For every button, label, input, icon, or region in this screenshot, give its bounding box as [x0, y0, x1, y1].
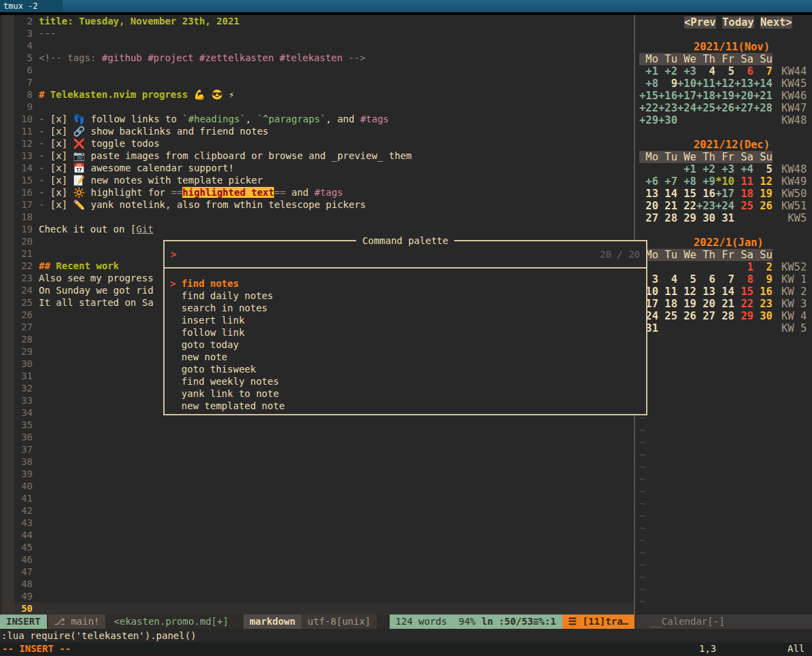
- palette-item[interactable]: goto today: [165, 339, 646, 351]
- calendar-day[interactable]: 25: [734, 200, 754, 212]
- calendar-day[interactable]: +25: [696, 102, 715, 114]
- calendar-day[interactable]: 31: [715, 212, 734, 224]
- calendar-day[interactable]: 29: [677, 212, 696, 224]
- calendar-day[interactable]: +2: [658, 65, 677, 77]
- calendar-day[interactable]: +8: [677, 175, 696, 188]
- calendar-day[interactable]: 9: [754, 273, 773, 286]
- calendar-day[interactable]: +17: [715, 188, 734, 200]
- calendar-day[interactable]: +11: [696, 77, 715, 90]
- calendar-day[interactable]: 21: [658, 200, 677, 212]
- calendar-day[interactable]: 13: [639, 188, 658, 200]
- calendar-day[interactable]: 6: [696, 273, 715, 286]
- calendar-day[interactable]: 2: [754, 261, 773, 273]
- calendar-day[interactable]: 15: [734, 286, 754, 298]
- command-line[interactable]: :lua require('telekasten').panel(): [0, 629, 812, 642]
- calendar-day[interactable]: 28: [658, 212, 677, 224]
- calendar-day[interactable]: 4: [658, 273, 677, 286]
- calendar-day[interactable]: 7: [754, 65, 773, 77]
- palette-item[interactable]: > find notes: [165, 277, 646, 290]
- calendar-day[interactable]: 23: [754, 298, 773, 310]
- calendar-day[interactable]: 5: [715, 65, 734, 77]
- calendar-today-button[interactable]: Today: [722, 16, 754, 29]
- calendar-day[interactable]: +22: [639, 102, 658, 114]
- calendar-day[interactable]: +30: [658, 114, 677, 126]
- calendar-day[interactable]: 20: [639, 200, 658, 212]
- palette-item[interactable]: goto thisweek: [165, 363, 646, 375]
- calendar-day[interactable]: +3: [677, 65, 696, 77]
- calendar-day[interactable]: +4: [734, 163, 754, 175]
- calendar-day[interactable]: 22: [677, 200, 696, 212]
- calendar-day[interactable]: 28: [715, 310, 734, 322]
- calendar-day[interactable]: 11: [658, 286, 677, 298]
- calendar-day[interactable]: 4: [696, 65, 715, 77]
- calendar-day[interactable]: 12: [677, 286, 696, 298]
- calendar-day[interactable]: +8: [639, 77, 658, 90]
- calendar-day[interactable]: +23: [696, 200, 715, 212]
- calendar-day[interactable]: +18: [696, 90, 715, 102]
- calendar-day[interactable]: +15: [639, 90, 658, 102]
- calendar-day[interactable]: 26: [677, 310, 696, 322]
- calendar-day[interactable]: +27: [734, 102, 754, 114]
- calendar-day[interactable]: 21: [715, 298, 734, 310]
- calendar-day[interactable]: +1: [677, 163, 696, 175]
- calendar-day[interactable]: 18: [658, 298, 677, 310]
- calendar-day[interactable]: +21: [754, 90, 773, 102]
- calendar-day[interactable]: 25: [658, 310, 677, 322]
- calendar-day[interactable]: 22: [734, 298, 754, 310]
- calendar-day[interactable]: +20: [734, 90, 754, 102]
- calendar-day[interactable]: +1: [639, 65, 658, 77]
- calendar-day[interactable]: +23: [658, 102, 677, 114]
- calendar-day[interactable]: 30: [696, 212, 715, 224]
- calendar-day[interactable]: 5: [754, 163, 773, 175]
- calendar-day[interactable]: 6: [734, 65, 754, 77]
- calendar-day[interactable]: +24: [677, 102, 696, 114]
- calendar-day[interactable]: 8: [734, 273, 754, 286]
- calendar-day[interactable]: 15: [677, 188, 696, 200]
- calendar-day[interactable]: 11: [734, 175, 754, 188]
- calendar-day[interactable]: +14: [754, 77, 773, 90]
- calendar-day[interactable]: 5: [677, 273, 696, 286]
- calendar-day[interactable]: +6: [639, 175, 658, 188]
- calendar-day[interactable]: 29: [734, 310, 754, 322]
- calendar-day[interactable]: 7: [715, 273, 734, 286]
- calendar-day[interactable]: 1: [734, 261, 754, 273]
- calendar-day[interactable]: 27: [639, 212, 658, 224]
- calendar-day[interactable]: 27: [696, 310, 715, 322]
- calendar-day[interactable]: 19: [677, 298, 696, 310]
- calendar-day[interactable]: +12: [715, 77, 734, 90]
- calendar-day[interactable]: 13: [696, 286, 715, 298]
- calendar-day[interactable]: 12: [754, 175, 773, 188]
- calendar-day[interactable]: +7: [658, 175, 677, 188]
- calendar-next-button[interactable]: Next>: [760, 16, 792, 29]
- calendar-day[interactable]: +24: [715, 200, 734, 212]
- calendar-day[interactable]: +28: [754, 102, 773, 114]
- calendar-day[interactable]: 19: [754, 188, 773, 200]
- calendar-day[interactable]: 14: [715, 286, 734, 298]
- palette-item[interactable]: follow link: [165, 326, 646, 339]
- palette-item[interactable]: insert link: [165, 314, 646, 326]
- calendar-day[interactable]: 26: [754, 200, 773, 212]
- calendar-prev-button[interactable]: <Prev: [684, 16, 716, 29]
- calendar-day[interactable]: 18: [734, 188, 754, 200]
- palette-item[interactable]: search in notes: [165, 302, 646, 314]
- calendar-day[interactable]: 16: [754, 286, 773, 298]
- calendar-day[interactable]: +2: [696, 163, 715, 175]
- calendar-day[interactable]: +19: [715, 90, 734, 102]
- calendar-day[interactable]: +17: [677, 90, 696, 102]
- calendar-day[interactable]: +3: [715, 163, 734, 175]
- calendar-day[interactable]: *10: [715, 175, 734, 188]
- palette-item[interactable]: yank link to note: [165, 387, 646, 400]
- calendar-day[interactable]: +9: [696, 175, 715, 188]
- palette-item[interactable]: find weekly notes: [165, 375, 646, 387]
- calendar-day[interactable]: 14: [658, 188, 677, 200]
- calendar-day[interactable]: +10: [677, 77, 696, 90]
- calendar-day[interactable]: +26: [715, 102, 734, 114]
- palette-item[interactable]: new note: [165, 351, 646, 363]
- calendar-day[interactable]: 16: [696, 188, 715, 200]
- calendar-day[interactable]: +29: [639, 114, 658, 126]
- calendar-day[interactable]: +13: [734, 77, 754, 90]
- calendar-day[interactable]: 9: [658, 77, 677, 90]
- palette-item[interactable]: find daily notes: [165, 290, 646, 302]
- calendar-day[interactable]: +16: [658, 90, 677, 102]
- calendar-day[interactable]: 20: [696, 298, 715, 310]
